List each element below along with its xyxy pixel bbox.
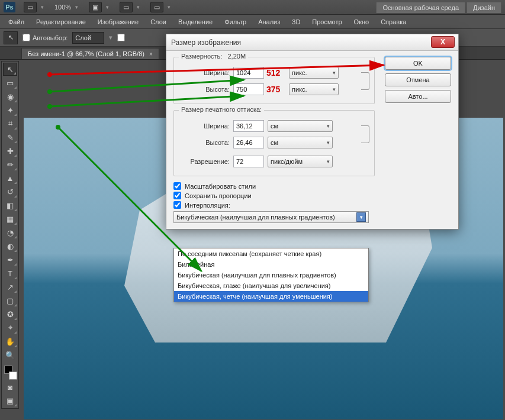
current-tool-icon[interactable]: ↖ bbox=[4, 31, 18, 44]
menu-analysis[interactable]: Анализ bbox=[252, 17, 286, 27]
gradient-tool-icon[interactable]: ▦ bbox=[3, 212, 17, 225]
ps-logo: Ps bbox=[4, 2, 15, 12]
menu-file[interactable]: Файл bbox=[2, 17, 30, 27]
brush-tool-icon[interactable]: ✏ bbox=[3, 158, 17, 171]
dialog-titlebar[interactable]: Размер изображения X bbox=[166, 34, 458, 51]
document-tab-title: Без имени-1 @ 66,7% (Слой 1, RGB/8) bbox=[28, 50, 144, 57]
resolution-label: Разрешение: bbox=[179, 158, 230, 165]
history-brush-tool-icon[interactable]: ↺ bbox=[3, 185, 17, 198]
auto-button[interactable]: Авто... bbox=[385, 90, 451, 103]
autoselect-target[interactable] bbox=[72, 32, 104, 44]
width-new-value: 512 bbox=[266, 68, 285, 77]
interpolation-label: Интерполяция: bbox=[185, 202, 230, 209]
image-size-dialog: Размер изображения X OK Отмена Авто... Р… bbox=[166, 34, 459, 230]
menu-select[interactable]: Выделение bbox=[172, 17, 218, 27]
eraser-tool-icon[interactable]: ◧ bbox=[3, 199, 17, 212]
width-unit-select[interactable]: пикс. bbox=[289, 67, 339, 79]
resolution-input[interactable] bbox=[233, 156, 264, 167]
shape-tool-icon[interactable]: ▢ bbox=[3, 294, 17, 307]
zoom-tool-icon[interactable]: 🔍 bbox=[3, 348, 17, 361]
interpolation-select[interactable]: Бикубическая (наилучшая для плавных град… bbox=[173, 211, 369, 223]
interp-option-bicubic-smoother[interactable]: Бикубическая, глаже (наилучшая для увели… bbox=[174, 280, 368, 291]
dialog-buttons: OK Отмена Авто... bbox=[385, 57, 451, 103]
menu-edit[interactable]: Редактирование bbox=[30, 17, 92, 27]
constrain-proportions-check[interactable] bbox=[173, 192, 181, 199]
doc-layout-icon: ▭ bbox=[24, 2, 37, 12]
hand-tool-icon[interactable]: ✋ bbox=[3, 335, 17, 348]
show-transform-checkbox[interactable] bbox=[117, 34, 125, 41]
interpolation-check[interactable] bbox=[173, 201, 181, 209]
autoselect-dd-icon[interactable]: ▾ bbox=[109, 34, 112, 41]
arrange-dropdown[interactable]: ▭ bbox=[117, 2, 142, 12]
height-label: Высота: bbox=[179, 86, 230, 93]
width-input[interactable] bbox=[233, 67, 264, 79]
menu-view[interactable]: Просмотр bbox=[306, 17, 348, 27]
3d-camera-tool-icon[interactable]: ⌖ bbox=[3, 321, 17, 334]
print-height-unit-select[interactable]: см bbox=[268, 137, 333, 148]
autoselect-checkbox[interactable]: Автовыбор: bbox=[22, 34, 67, 41]
menu-filter[interactable]: Фильтр bbox=[218, 17, 252, 27]
interpolation-dropdown-icon[interactable]: ▾ bbox=[356, 212, 366, 222]
cancel-button[interactable]: Отмена bbox=[385, 73, 451, 86]
scale-styles-checkbox[interactable]: Масштабировать стили bbox=[173, 182, 451, 190]
scale-styles-check[interactable] bbox=[173, 182, 181, 190]
background-swatch[interactable] bbox=[9, 371, 17, 380]
stamp-tool-icon[interactable]: ▲ bbox=[3, 172, 17, 185]
screen-mode-dropdown[interactable]: ▣ bbox=[86, 2, 111, 12]
menu-bar: Файл Редактирование Изображение Слои Выд… bbox=[0, 15, 505, 29]
interpolation-checkbox[interactable]: Интерполяция: bbox=[173, 201, 451, 209]
move-tool-icon[interactable]: ↖ bbox=[3, 63, 17, 76]
menu-help[interactable]: Справка bbox=[375, 17, 412, 27]
menu-layers[interactable]: Слои bbox=[144, 17, 172, 27]
3d-tool-icon[interactable]: ✪ bbox=[3, 308, 17, 321]
pen-tool-icon[interactable]: ✒ bbox=[3, 253, 17, 266]
interp-option-nearest[interactable]: По соседним пикселам (сохраняет четкие к… bbox=[174, 248, 368, 259]
resolution-unit-select[interactable]: пикс/дюйм bbox=[268, 156, 333, 167]
type-tool-icon[interactable]: T bbox=[3, 267, 17, 280]
app-bar: Ps ▭ 100% ▣ ▭ ▭ Основная рабочая среда Д… bbox=[0, 0, 505, 15]
print-width-label: Ширина: bbox=[179, 122, 230, 130]
menu-image[interactable]: Изображение bbox=[92, 17, 144, 27]
extras-dropdown[interactable]: ▭ bbox=[148, 2, 173, 12]
crop-tool-icon[interactable]: ⌗ bbox=[3, 117, 17, 130]
screenmode-tool-icon[interactable]: ▣ bbox=[3, 394, 17, 407]
interpolation-selected: Бикубическая (наилучшая для плавных град… bbox=[176, 214, 335, 221]
ok-button[interactable]: OK bbox=[385, 57, 451, 70]
height-unit-select[interactable]: пикс. bbox=[289, 83, 339, 95]
interp-option-bicubic-sharper[interactable]: Бикубическая, четче (наилучшая для умень… bbox=[174, 291, 368, 302]
autoselect-check[interactable] bbox=[22, 34, 30, 41]
color-swatches[interactable] bbox=[3, 364, 17, 380]
workspace-main-tab[interactable]: Основная рабочая среда bbox=[376, 2, 465, 13]
interp-option-bicubic[interactable]: Бикубическая (наилучшая для плавных град… bbox=[174, 270, 368, 280]
toolbox: ↖ ▭ ◉ ✦ ⌗ ✎ ✚ ✏ ▲ ↺ ◧ ▦ ◔ ◐ ✒ T ↗ ▢ ✪ ⌖ … bbox=[1, 61, 19, 409]
document-tab-close-icon[interactable]: × bbox=[149, 51, 153, 57]
zoom-dropdown[interactable]: 100% bbox=[52, 4, 81, 11]
marquee-tool-icon[interactable]: ▭ bbox=[3, 76, 17, 89]
show-transform-check[interactable] bbox=[117, 34, 125, 41]
print-width-unit-select[interactable]: см bbox=[268, 120, 333, 132]
lasso-tool-icon[interactable]: ◉ bbox=[3, 90, 17, 103]
dialog-close-button[interactable]: X bbox=[431, 36, 455, 48]
workspace-design-tab[interactable]: Дизайн bbox=[467, 2, 501, 13]
wand-tool-icon[interactable]: ✦ bbox=[3, 104, 17, 117]
dialog-title: Размер изображения bbox=[171, 38, 241, 47]
healing-tool-icon[interactable]: ✚ bbox=[3, 144, 17, 157]
eyedropper-tool-icon[interactable]: ✎ bbox=[3, 131, 17, 144]
height-input[interactable] bbox=[233, 83, 264, 95]
print-height-label: Высота: bbox=[179, 139, 230, 146]
constrain-proportions-checkbox[interactable]: Сохранить пропорции bbox=[173, 192, 451, 199]
document-tab[interactable]: Без имени-1 @ 66,7% (Слой 1, RGB/8) × bbox=[21, 48, 159, 59]
print-height-input[interactable] bbox=[233, 137, 264, 148]
quickmask-tool-icon[interactable]: ◙ bbox=[3, 380, 17, 393]
path-select-tool-icon[interactable]: ↗ bbox=[3, 280, 17, 293]
interp-option-bilinear[interactable]: Билинейная bbox=[174, 259, 368, 270]
doc-layout-dropdown[interactable]: ▭ bbox=[21, 2, 46, 12]
menu-3d[interactable]: 3D bbox=[286, 17, 306, 27]
print-width-input[interactable] bbox=[233, 120, 264, 132]
dodge-tool-icon[interactable]: ◐ bbox=[3, 240, 17, 253]
link-print-icon[interactable] bbox=[361, 125, 369, 143]
link-dimensions-icon[interactable] bbox=[361, 72, 369, 90]
blur-tool-icon[interactable]: ◔ bbox=[3, 226, 17, 239]
width-label: Ширина: bbox=[179, 69, 230, 76]
menu-window[interactable]: Окно bbox=[348, 17, 375, 27]
